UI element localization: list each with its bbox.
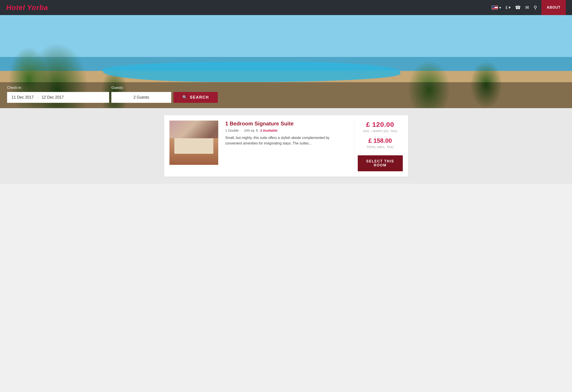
room-bed-type: 1 Double [225,129,239,132]
flag-chevron: ▾ [499,6,501,10]
phone-icon: ☎ [515,5,521,10]
price-total: £ 158.00 [368,137,392,144]
price-total-label: TOTAL (INCL. TAX) [367,146,394,149]
room-description: Small, but mighty, this suite offers a s… [225,135,347,146]
hero-pool [103,61,400,82]
navbar-right: ▾ £ ▾ ☎ ✉ ⚲ ABOUT [492,0,566,15]
currency-selector[interactable]: £ ▾ [506,5,510,10]
search-button[interactable]: 🔍 SEARCH [174,92,218,103]
currency-symbol: £ [506,5,508,10]
navbar: Hotel Yorba ▾ £ ▾ ☎ ✉ ⚲ ABOUT [0,0,572,15]
us-flag-icon [492,6,498,10]
brand-logo: Hotel Yorba [6,3,48,12]
mail-icon: ✉ [525,5,529,10]
room-meta: 1 Double · 200 sq. ft 2 Available [225,129,347,132]
select-room-button[interactable]: SELECT THIS ROOM [358,155,403,171]
room-size: 200 sq. ft [244,129,258,132]
room-card: 1 Bedroom Signature Suite 1 Double · 200… [164,115,408,177]
date-range-input[interactable]: 11 Dec 2017 → 12 Dec 2017 [7,92,109,103]
room-pricing: £ 120.00 AVG. / NIGHT (EX. TAX) £ 158.00… [354,121,403,171]
phone-button[interactable]: ☎ [515,5,521,10]
room-separator: · [241,129,242,132]
guests-input[interactable]: 2 Guests [111,92,171,103]
currency-chevron: ▾ [508,5,510,10]
room-info: 1 Bedroom Signature Suite 1 Double · 200… [218,121,354,171]
checkin-value: 11 Dec 2017 [12,95,34,100]
price-main: £ 120.00 [366,121,394,128]
location-button[interactable]: ⚲ [534,5,537,10]
listings-section: 1 Bedroom Signature Suite 1 Double · 200… [0,108,572,184]
location-icon: ⚲ [534,5,537,10]
guests-label: Guests: [111,86,174,90]
hero-section: Check-in: Guests: 11 Dec 2017 → 12 Dec 2… [0,15,572,108]
search-label: SEARCH [190,95,209,100]
room-availability: 2 Available [260,129,277,132]
search-bar: Check-in: Guests: 11 Dec 2017 → 12 Dec 2… [0,82,572,108]
checkin-label: Check-in: [7,86,109,90]
search-icon: 🔍 [182,95,188,100]
mail-button[interactable]: ✉ [525,5,529,10]
room-image [169,121,218,165]
checkout-value: 12 Dec 2017 [42,95,64,100]
room-title: 1 Bedroom Signature Suite [225,121,347,127]
arrow-icon: → [36,95,39,100]
search-labels: Check-in: Guests: [7,86,565,90]
about-button[interactable]: ABOUT [541,0,566,15]
price-label: AVG. / NIGHT (EX. TAX) [363,130,397,133]
search-controls: 11 Dec 2017 → 12 Dec 2017 2 Guests 🔍 SEA… [7,92,565,103]
language-selector[interactable]: ▾ [492,6,501,10]
